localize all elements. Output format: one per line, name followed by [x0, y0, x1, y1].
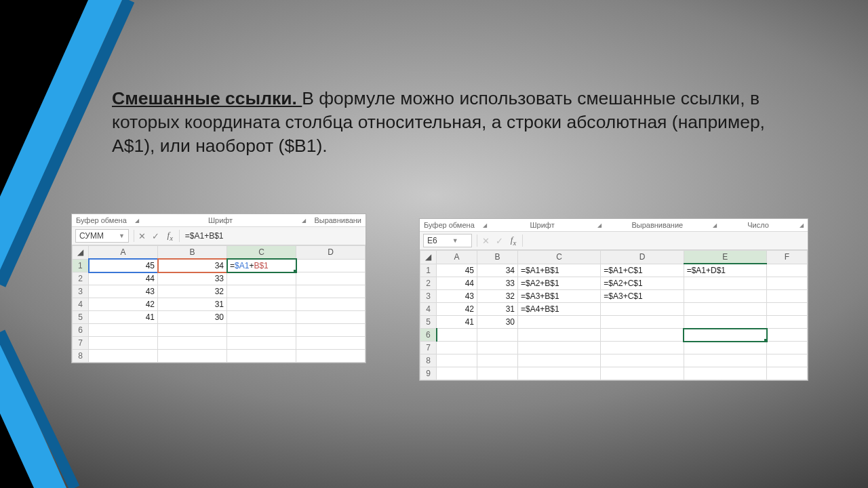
cell[interactable]: 33 [158, 272, 227, 285]
cell[interactable] [518, 342, 601, 354]
cell[interactable]: 41 [89, 311, 158, 324]
cell[interactable] [296, 272, 366, 285]
spreadsheet-grid[interactable]: ◢ A B C D 1 45 34 =$A1+B$1 24433 34332 4… [72, 245, 366, 363]
cell[interactable]: 34 [477, 264, 518, 277]
cell[interactable]: 45 [437, 264, 477, 277]
row-header[interactable]: 3 [73, 285, 89, 298]
row-header[interactable]: 9 [420, 367, 437, 380]
cell[interactable]: =$A1+D$1 [684, 264, 766, 277]
cell[interactable] [89, 324, 158, 337]
name-box[interactable]: СУММ▼ [75, 229, 129, 243]
cell[interactable] [601, 329, 684, 342]
cell[interactable] [227, 272, 296, 285]
cell[interactable] [296, 350, 366, 363]
cell[interactable]: 42 [89, 298, 158, 311]
cell[interactable] [767, 342, 808, 354]
cell[interactable] [89, 350, 158, 363]
cell[interactable] [227, 324, 296, 337]
cell[interactable]: =$A4+B$1 [518, 303, 601, 316]
row-header[interactable]: 8 [73, 350, 89, 363]
cell[interactable] [518, 354, 601, 367]
row-header[interactable]: 4 [420, 303, 437, 316]
cell[interactable]: 32 [477, 290, 518, 303]
row-header[interactable]: 1 [420, 264, 437, 277]
cell[interactable] [767, 354, 808, 367]
row-header[interactable]: 5 [73, 311, 89, 324]
dropdown-icon[interactable]: ▼ [119, 232, 125, 239]
cell[interactable] [601, 354, 684, 367]
name-box[interactable]: E6▼ [423, 234, 472, 247]
cell[interactable] [767, 264, 808, 277]
cell[interactable]: 44 [437, 277, 477, 290]
cell[interactable] [601, 316, 684, 329]
cell[interactable]: 42 [437, 303, 477, 316]
cell-selected[interactable] [684, 329, 766, 342]
cell[interactable]: =$A2+C$1 [601, 277, 684, 290]
col-header-d[interactable]: D [296, 246, 366, 260]
dropdown-icon[interactable]: ▼ [452, 237, 458, 244]
enter-icon[interactable]: ✓ [149, 231, 163, 241]
cell[interactable]: 30 [158, 311, 227, 324]
cell[interactable]: =$A1+C$1 [601, 264, 684, 277]
cell[interactable] [684, 367, 766, 380]
cell[interactable]: 32 [158, 285, 227, 298]
row-header[interactable]: 6 [420, 329, 437, 342]
cell[interactable] [89, 337, 158, 350]
cell[interactable] [296, 337, 366, 350]
cell[interactable] [684, 342, 766, 354]
cell[interactable] [296, 298, 366, 311]
cell[interactable] [767, 277, 808, 290]
select-all-corner[interactable]: ◢ [420, 251, 437, 264]
col-header-b[interactable]: B [158, 246, 227, 260]
cell-editing[interactable]: =$A1+B$1 [227, 259, 296, 272]
col-header-a[interactable]: A [437, 251, 477, 264]
row-header[interactable]: 2 [73, 272, 89, 285]
cell[interactable]: 30 [477, 316, 518, 329]
cell[interactable] [477, 342, 518, 354]
cell[interactable] [158, 324, 227, 337]
cell[interactable] [767, 303, 808, 316]
cell[interactable] [601, 303, 684, 316]
cell[interactable] [296, 311, 366, 324]
cell[interactable] [437, 354, 477, 367]
cell[interactable] [767, 290, 808, 303]
cell[interactable] [227, 285, 296, 298]
cell[interactable] [296, 259, 366, 272]
col-header-f[interactable]: F [767, 251, 808, 264]
formula-content[interactable]: =$A1+B$1 [181, 231, 366, 241]
cell[interactable] [684, 277, 766, 290]
col-header-c[interactable]: C [518, 251, 601, 264]
cell[interactable] [518, 316, 601, 329]
cell[interactable] [767, 316, 808, 329]
row-header[interactable]: 2 [420, 277, 437, 290]
fx-icon[interactable]: fx [506, 235, 521, 247]
cell[interactable] [477, 367, 518, 380]
cell[interactable]: 45 [89, 259, 158, 272]
cell[interactable]: =$A1+B$1 [518, 264, 601, 277]
spreadsheet-grid[interactable]: ◢ A B C D E F 14534=$A1+B$1=$A1+C$1=$A1+… [420, 250, 808, 380]
cell[interactable] [296, 324, 366, 337]
col-header-c[interactable]: C [227, 246, 296, 260]
cell[interactable] [437, 367, 477, 380]
cell[interactable]: =$A3+C$1 [601, 290, 684, 303]
cell[interactable] [684, 354, 766, 367]
cell[interactable] [684, 303, 766, 316]
cell[interactable]: 43 [89, 285, 158, 298]
cell[interactable]: =$A3+B$1 [518, 290, 601, 303]
cell[interactable]: 44 [89, 272, 158, 285]
cell[interactable] [767, 329, 808, 342]
cell[interactable] [158, 350, 227, 363]
col-header-a[interactable]: A [89, 246, 158, 260]
select-all-corner[interactable]: ◢ [73, 246, 89, 260]
cell[interactable] [684, 290, 766, 303]
cell[interactable] [518, 329, 601, 342]
col-header-d[interactable]: D [601, 251, 684, 264]
cell[interactable] [767, 367, 808, 380]
cell[interactable] [477, 354, 518, 367]
cell[interactable] [227, 311, 296, 324]
cell[interactable] [477, 329, 518, 342]
cell[interactable] [437, 342, 477, 354]
cell[interactable]: 43 [437, 290, 477, 303]
cell[interactable]: 31 [158, 298, 227, 311]
col-header-b[interactable]: B [477, 251, 518, 264]
